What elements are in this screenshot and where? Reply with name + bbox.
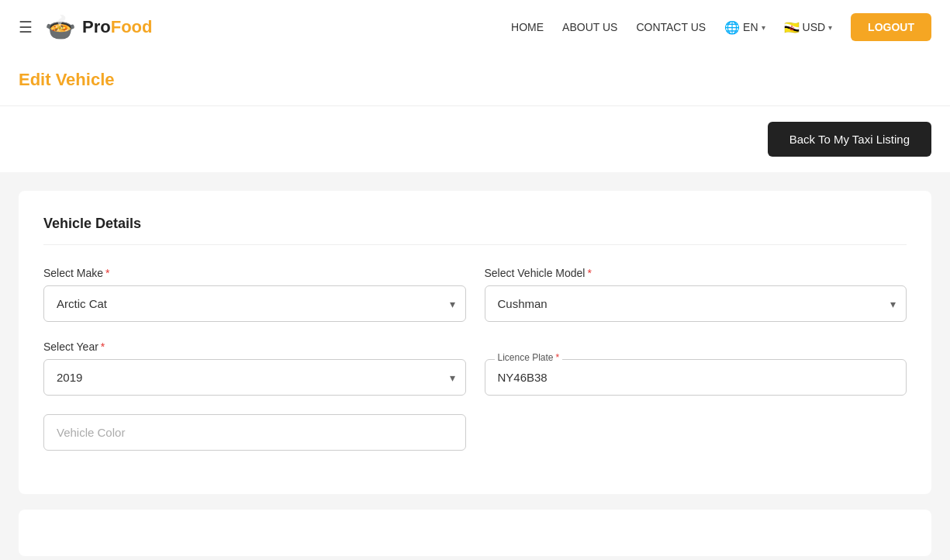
navbar-left: ☰ 🍲 ProFood <box>19 12 152 42</box>
form-group-make: Select Make* Arctic Cat Ford Toyota Hond… <box>43 267 466 322</box>
select-year-wrapper: 2019 2020 2021 2022 2023 ▾ <box>43 359 466 396</box>
hamburger-icon[interactable]: ☰ <box>19 18 33 36</box>
language-chevron-icon: ▾ <box>762 23 765 32</box>
logo-text: ProFood <box>82 17 152 37</box>
select-year-dropdown[interactable]: 2019 2020 2021 2022 2023 <box>43 359 466 396</box>
plate-required-star: * <box>556 352 560 363</box>
make-required-star: * <box>105 267 109 279</box>
select-make-dropdown[interactable]: Arctic Cat Ford Toyota Honda Chevrolet <box>43 285 466 322</box>
logo: 🍲 ProFood <box>45 12 152 42</box>
currency-code: USD <box>803 21 826 33</box>
page-header-wrapper: Edit Vehicle Back To My Taxi Listing <box>0 54 950 172</box>
select-make-label: Select Make* <box>43 267 466 279</box>
form-group-color <box>43 414 466 451</box>
nav-home[interactable]: HOME <box>511 21 544 33</box>
currency-chevron-icon: ▾ <box>828 23 832 32</box>
form-row-make-model: Select Make* Arctic Cat Ford Toyota Hond… <box>43 267 907 322</box>
model-required-star: * <box>587 267 591 279</box>
vehicle-details-title: Vehicle Details <box>43 216 907 245</box>
form-group-licence-plate: Placeholder Licence Plate* <box>485 340 907 396</box>
bottom-card <box>19 510 931 556</box>
logo-pro: Pro <box>82 17 111 36</box>
language-selector[interactable]: 🌐 EN ▾ <box>724 20 765 35</box>
navbar: ☰ 🍲 ProFood HOME ABOUT US CONTACT US 🌐 E… <box>0 0 950 54</box>
select-model-wrapper: Cushman F-150 Corolla Civic ▾ <box>485 285 907 322</box>
select-model-dropdown[interactable]: Cushman F-150 Corolla Civic <box>485 285 907 322</box>
logout-button[interactable]: LOGOUT <box>851 13 931 41</box>
select-make-wrapper: Arctic Cat Ford Toyota Honda Chevrolet ▾ <box>43 285 466 322</box>
language-flag: 🌐 <box>724 20 740 35</box>
navbar-right: HOME ABOUT US CONTACT US 🌐 EN ▾ 🇧🇳 USD ▾… <box>511 13 931 41</box>
language-code: EN <box>743 21 758 33</box>
select-year-label: Select Year* <box>43 340 466 353</box>
form-row-color <box>43 414 907 451</box>
form-group-year: Select Year* 2019 2020 2021 2022 2023 ▾ <box>43 340 466 396</box>
back-to-taxi-listing-button[interactable]: Back To My Taxi Listing <box>768 122 931 157</box>
currency-selector[interactable]: 🇧🇳 USD ▾ <box>784 20 833 35</box>
year-required-star: * <box>101 340 105 353</box>
form-section-wrapper: Vehicle Details Select Make* Arctic Cat … <box>0 172 950 560</box>
vehicle-color-input[interactable] <box>43 414 466 451</box>
licence-plate-wrapper: Licence Plate* <box>485 359 907 396</box>
action-bar: Back To My Taxi Listing <box>0 106 950 172</box>
form-group-model: Select Vehicle Model* Cushman F-150 Coro… <box>485 267 907 322</box>
logo-icon: 🍲 <box>45 12 76 42</box>
currency-flag: 🇧🇳 <box>784 20 800 35</box>
licence-plate-floating-label: Licence Plate* <box>495 352 563 363</box>
page-title: Edit Vehicle <box>19 70 931 90</box>
nav-contact[interactable]: CONTACT US <box>636 21 706 33</box>
page-header: Edit Vehicle <box>0 54 950 106</box>
licence-plate-input[interactable] <box>485 360 907 395</box>
form-row-year-plate: Select Year* 2019 2020 2021 2022 2023 ▾ … <box>43 340 907 396</box>
select-model-label: Select Vehicle Model* <box>485 267 907 279</box>
vehicle-details-card: Vehicle Details Select Make* Arctic Cat … <box>19 191 931 494</box>
logo-food: Food <box>111 17 153 36</box>
nav-about[interactable]: ABOUT US <box>562 21 617 33</box>
